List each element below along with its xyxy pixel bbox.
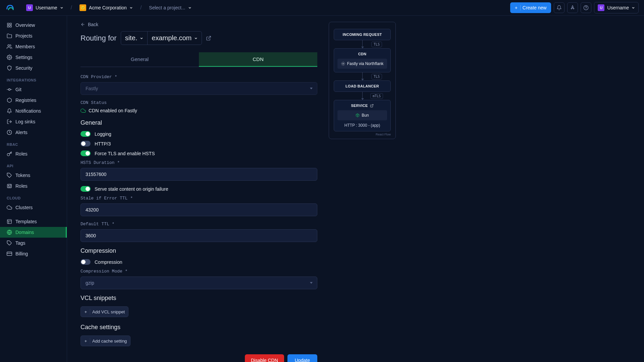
logging-toggle[interactable] xyxy=(80,131,91,137)
back-label: Back xyxy=(88,22,98,27)
serve-stale-label: Serve stale content on origin failure xyxy=(95,186,168,192)
sidebar-item-billing[interactable]: Billing xyxy=(0,248,67,259)
cloud-check-icon xyxy=(80,108,86,113)
external-link-icon[interactable] xyxy=(370,104,374,108)
tags-icon xyxy=(7,240,12,246)
shield-icon xyxy=(7,65,12,71)
globe-icon xyxy=(7,230,12,235)
subdomain-selector[interactable]: site. xyxy=(121,32,148,45)
svg-point-13 xyxy=(8,185,9,186)
sidebar-item-label: Templates xyxy=(15,219,37,224)
key-icon xyxy=(7,151,12,157)
sidebar-item-label: Members xyxy=(15,44,35,49)
out-icon xyxy=(7,119,12,124)
sidebar-item-git[interactable]: Git xyxy=(0,84,67,95)
add-cache-button[interactable]: + Add cache setting xyxy=(80,336,130,346)
tag-icon xyxy=(7,173,12,178)
default-ttl-input[interactable] xyxy=(80,229,317,242)
sidebar-item-members[interactable]: Members xyxy=(0,41,67,52)
external-link-icon[interactable] xyxy=(206,36,211,41)
bell-icon xyxy=(7,108,12,114)
force-tls-toggle[interactable] xyxy=(80,150,91,156)
sidebar-item-label: Log sinks xyxy=(15,119,35,124)
project-selector[interactable]: Select a project... xyxy=(146,3,195,12)
plus-icon: + xyxy=(84,338,90,344)
http3-toggle[interactable] xyxy=(80,141,91,146)
update-button[interactable]: Update xyxy=(287,354,317,362)
sidebar-item-overview[interactable]: Overview xyxy=(0,20,67,31)
sidebar-item-alerts[interactable]: Alerts xyxy=(0,127,67,138)
sidebar-item-label: Alerts xyxy=(15,130,28,135)
tab-general[interactable]: General xyxy=(80,52,199,67)
notifications-button[interactable] xyxy=(554,2,565,13)
vcl-heading: VCL snippets xyxy=(80,295,317,302)
hsts-duration-input[interactable] xyxy=(80,168,317,181)
sidebar-item-notifications[interactable]: Notifications xyxy=(0,106,67,116)
flow-node-cdn: CDN Fastly via Northflank xyxy=(334,48,391,72)
sidebar-item-label: Tokens xyxy=(15,173,30,178)
sidebar-item-label: Tags xyxy=(15,240,25,246)
routing-flow-diagram: INCOMING REQUEST TLS CDN Fastly via Nort… xyxy=(329,22,396,139)
cache-heading: Cache settings xyxy=(80,324,317,331)
cdn-provider-select[interactable]: Fastly xyxy=(80,82,317,95)
add-vcl-button[interactable]: + Add VCL snippet xyxy=(80,306,128,317)
help-button[interactable] xyxy=(581,2,591,13)
account-selector[interactable]: U Username xyxy=(23,2,67,13)
sidebar-item-tokens[interactable]: Tokens xyxy=(0,170,67,181)
sidebar-item-clusters[interactable]: Clusters xyxy=(0,202,67,213)
disable-cdn-button[interactable]: Disable CDN xyxy=(245,354,284,362)
org-name: Acme Corporation xyxy=(89,5,127,10)
general-heading: General xyxy=(80,119,317,126)
sidebar-item-templates[interactable]: Templates xyxy=(0,216,67,227)
changelog-button[interactable] xyxy=(567,2,578,13)
back-link[interactable]: Back xyxy=(80,22,317,27)
user-menu[interactable]: U Username xyxy=(594,2,639,13)
sidebar-item-tags[interactable]: Tags xyxy=(0,238,67,248)
domain-selector[interactable]: example.com xyxy=(148,32,202,45)
users-icon xyxy=(7,44,12,49)
stale-ttl-input[interactable] xyxy=(80,203,317,216)
org-avatar-icon: 🙂 xyxy=(79,4,86,11)
sidebar-section-integrations: INTEGRATIONS xyxy=(0,73,67,84)
serve-stale-toggle[interactable] xyxy=(80,186,91,192)
chevron-down-icon xyxy=(194,37,198,40)
sidebar-item-roles[interactable]: Roles xyxy=(0,181,67,191)
flow-tag-tls: TLS xyxy=(371,42,382,47)
flow-service-name: Bun xyxy=(362,113,369,118)
sidebar-item-label: Projects xyxy=(15,33,33,39)
sidebar-section-rbac: RBAC xyxy=(0,138,67,148)
sidebar-item-projects[interactable]: Projects xyxy=(0,31,67,41)
chevron-down-icon xyxy=(188,6,192,9)
git-icon xyxy=(7,87,12,92)
flow-service-port: HTTP : 3000 - (app) xyxy=(337,123,387,128)
breadcrumb-separator: / xyxy=(71,5,72,11)
sidebar-item-registries[interactable]: Registries xyxy=(0,95,67,106)
create-new-button[interactable]: + Create new xyxy=(510,2,551,13)
http3-label: HTTP/3 xyxy=(95,141,111,146)
sidebar-item-label: Overview xyxy=(15,22,35,28)
flow-node-incoming: INCOMING REQUEST xyxy=(334,29,391,40)
sidebar-item-roles[interactable]: Roles xyxy=(0,148,67,159)
compression-toggle[interactable] xyxy=(80,259,91,265)
sidebar-item-security[interactable]: Security xyxy=(0,63,67,73)
cube-icon xyxy=(356,113,360,117)
sidebar-item-log-sinks[interactable]: Log sinks xyxy=(0,116,67,127)
northflank-logo-icon[interactable] xyxy=(5,3,15,12)
user-avatar-icon: U xyxy=(26,4,33,11)
plus-icon: + xyxy=(515,5,521,10)
sidebar-item-label: Settings xyxy=(15,55,33,60)
svg-point-5 xyxy=(8,45,9,46)
org-selector[interactable]: 🙂 Acme Corporation xyxy=(76,2,136,13)
compression-mode-select[interactable]: gzip xyxy=(80,277,317,289)
sidebar-item-label: Roles xyxy=(15,151,28,157)
sidebar-item-label: Clusters xyxy=(15,205,33,210)
cdn-status-text: CDN enabled on Fastly xyxy=(89,108,137,113)
bell-icon xyxy=(556,5,562,10)
account-name: Username xyxy=(36,5,57,10)
sidebar-item-domains[interactable]: Domains xyxy=(0,227,67,238)
logging-label: Logging xyxy=(95,131,111,137)
flow-node-service: SERVICE Bun HTTP : 3000 - (app) xyxy=(334,100,391,131)
default-ttl-label: Default TTL * xyxy=(80,222,317,227)
tab-cdn[interactable]: CDN xyxy=(199,52,317,67)
sidebar-item-settings[interactable]: Settings xyxy=(0,52,67,63)
